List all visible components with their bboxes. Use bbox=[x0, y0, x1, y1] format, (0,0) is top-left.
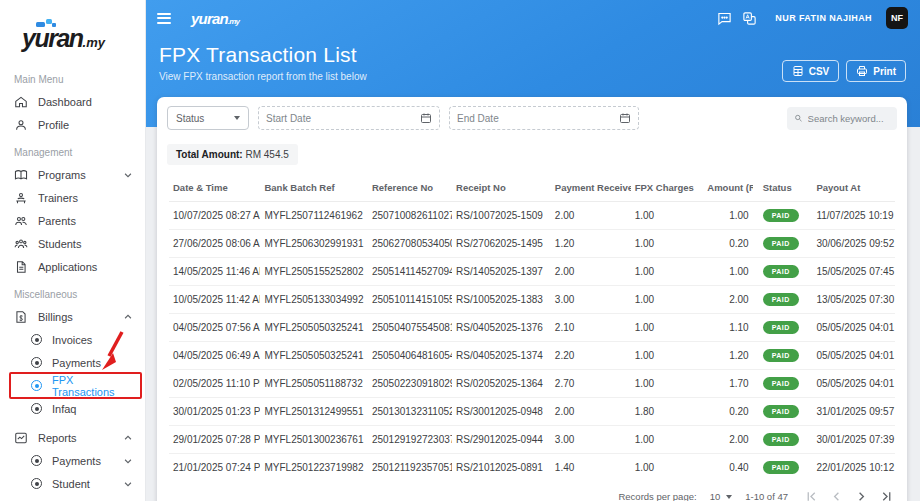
previous-page-icon[interactable] bbox=[830, 490, 843, 501]
col-amount: Amount (RM) bbox=[703, 173, 752, 202]
pagination-bar: Records per page: 10 1-10 of 47 bbox=[157, 481, 907, 501]
table-row[interactable]: 10/05/2025 11:42 AM MYFL2505133034992 25… bbox=[169, 286, 895, 314]
cell-bank-batch-ref: MYFL2501300236761 bbox=[260, 426, 367, 454]
user-name[interactable]: NUR FATIN NAJIHAH bbox=[775, 13, 872, 23]
table-row[interactable]: 27/06/2025 08:06 AM MYFL2506302991931 25… bbox=[169, 230, 895, 258]
col-date-time: Date & Time bbox=[169, 173, 260, 202]
sidebar-logo[interactable]: yuran.my bbox=[0, 0, 145, 63]
cell-payment-received: 2.00 bbox=[551, 398, 631, 426]
cell-payout-at: 05/05/2025 04:01 PM bbox=[806, 370, 895, 398]
table-row[interactable]: 04/05/2025 07:56 AM MYFL2505050325241 25… bbox=[169, 314, 895, 342]
sidebar-subitem-fpx-transactions[interactable]: FPX Transactions bbox=[0, 374, 145, 397]
cell-amount: 0.40 bbox=[703, 454, 752, 482]
cell-payment-received: 2.70 bbox=[551, 370, 631, 398]
status-badge: PAID bbox=[763, 349, 799, 362]
translate-icon[interactable] bbox=[742, 11, 757, 26]
radio-dot-icon bbox=[31, 380, 42, 391]
cell-fpx-charges: 1.80 bbox=[631, 398, 704, 426]
total-amount-value: RM 454.5 bbox=[245, 149, 288, 160]
status-filter-select[interactable]: Status bbox=[167, 106, 249, 130]
export-actions: CSV Print bbox=[782, 60, 906, 82]
sidebar-item-label: FPX Transactions bbox=[52, 374, 133, 398]
col-reference-no: Reference No bbox=[368, 173, 452, 202]
cell-date-time: 04/05/2025 07:56 AM bbox=[169, 314, 260, 342]
chat-icon[interactable] bbox=[717, 11, 732, 26]
cell-amount: 1.00 bbox=[703, 258, 752, 286]
sidebar-item-applications[interactable]: Applications bbox=[0, 255, 145, 278]
next-page-icon[interactable] bbox=[855, 490, 868, 501]
menu-toggle-icon[interactable] bbox=[157, 13, 171, 24]
sidebar-item-reports[interactable]: Reports bbox=[0, 426, 145, 449]
cell-payout-at: 13/05/2025 07:30 AM bbox=[806, 286, 895, 314]
cell-reference-no: 2506270805340503 bbox=[368, 230, 452, 258]
cell-payment-received: 3.00 bbox=[551, 426, 631, 454]
table-row[interactable]: 10/07/2025 08:27 AM MYFL2507112461962 25… bbox=[169, 202, 895, 230]
sidebar-item-dashboard[interactable]: Dashboard bbox=[0, 90, 145, 113]
cell-date-time: 21/01/2025 07:24 PM bbox=[169, 454, 260, 482]
calendar-icon[interactable] bbox=[420, 112, 432, 124]
cell-bank-batch-ref: MYFL2506302991931 bbox=[260, 230, 367, 258]
sidebar-item-trainers[interactable]: Trainers bbox=[0, 186, 145, 209]
cell-payout-at: 05/05/2025 04:01 PM bbox=[806, 314, 895, 342]
records-per-page-select[interactable]: 10 bbox=[710, 491, 733, 501]
cell-receipt-no: RS/14052025-1397 bbox=[452, 258, 551, 286]
status-filter-label: Status bbox=[176, 113, 204, 124]
first-page-icon[interactable] bbox=[805, 490, 818, 501]
sidebar-subitem-reports-student[interactable]: Student bbox=[0, 472, 145, 495]
records-per-page-label: Records per page: bbox=[618, 491, 696, 501]
cell-receipt-no: RS/04052025-1376 bbox=[452, 314, 551, 342]
section-label-management: Management bbox=[0, 142, 145, 163]
start-date-input[interactable] bbox=[266, 113, 420, 124]
people-icon bbox=[14, 214, 28, 228]
sidebar-subitem-reports-payments[interactable]: Payments bbox=[0, 449, 145, 472]
group-icon bbox=[14, 237, 28, 251]
calendar-icon[interactable] bbox=[619, 112, 631, 124]
sidebar-item-profile[interactable]: Profile bbox=[0, 113, 145, 136]
col-receipt-no: Receipt No bbox=[452, 173, 551, 202]
book-icon bbox=[14, 168, 28, 182]
pagination-controls bbox=[805, 490, 893, 501]
cell-payout-at: 11/07/2025 10:19 AM bbox=[806, 202, 895, 230]
cell-fpx-charges: 1.00 bbox=[631, 202, 704, 230]
sidebar-item-students[interactable]: Students bbox=[0, 232, 145, 255]
chevron-down-icon bbox=[123, 479, 133, 489]
cell-bank-batch-ref: MYFL2505050325241 bbox=[260, 342, 367, 370]
header-logo[interactable]: yuran.my bbox=[191, 10, 239, 27]
cell-reference-no: 2501211923570510 bbox=[368, 454, 452, 482]
csv-button[interactable]: CSV bbox=[782, 60, 840, 82]
avatar[interactable]: NF bbox=[886, 7, 908, 29]
sidebar-item-programs[interactable]: Programs bbox=[0, 163, 145, 186]
sidebar-subitem-infaq[interactable]: Infaq bbox=[0, 397, 145, 420]
col-fpx-charges: FPX Charges bbox=[631, 173, 704, 202]
sidebar-item-label: Students bbox=[38, 238, 81, 250]
table-row[interactable]: 21/01/2025 07:24 PM MYFL2501223719982 25… bbox=[169, 454, 895, 482]
cell-fpx-charges: 1.00 bbox=[631, 258, 704, 286]
cell-receipt-no: RS/27062025-1495 bbox=[452, 230, 551, 258]
search-input[interactable] bbox=[808, 113, 890, 124]
table-row[interactable]: 14/05/2025 11:46 AM MYFL2505155252802 25… bbox=[169, 258, 895, 286]
chevron-down-icon bbox=[726, 495, 732, 499]
cell-reference-no: 2505022309180299 bbox=[368, 370, 452, 398]
sidebar-subitem-invoices[interactable]: Invoices bbox=[0, 328, 145, 351]
sidebar-item-parents[interactable]: Parents bbox=[0, 209, 145, 232]
table-row[interactable]: 02/05/2025 11:10 PM MYFL2505051188732 25… bbox=[169, 370, 895, 398]
chevron-down-icon bbox=[123, 170, 133, 180]
cell-date-time: 10/05/2025 11:42 AM bbox=[169, 286, 260, 314]
sidebar-subitem-payments[interactable]: Payments bbox=[0, 351, 145, 374]
sidebar-item-billings[interactable]: Billings bbox=[0, 305, 145, 328]
end-date-input[interactable] bbox=[457, 113, 619, 124]
cell-reference-no: 2505141145270948 bbox=[368, 258, 452, 286]
cell-bank-batch-ref: MYFL2505155252802 bbox=[260, 258, 367, 286]
table-row[interactable]: 30/01/2025 01:23 PM MYFL2501312499551 25… bbox=[169, 398, 895, 426]
sidebar-item-label: Profile bbox=[38, 119, 69, 131]
cell-receipt-no: RS/29012025-0944 bbox=[452, 426, 551, 454]
last-page-icon[interactable] bbox=[880, 490, 893, 501]
cell-amount: 2.00 bbox=[703, 286, 752, 314]
print-button[interactable]: Print bbox=[846, 60, 906, 82]
cell-amount: 0.20 bbox=[703, 398, 752, 426]
table-row[interactable]: 29/01/2025 07:28 PM MYFL2501300236761 25… bbox=[169, 426, 895, 454]
col-payout-at: Payout At bbox=[806, 173, 895, 202]
status-badge: PAID bbox=[763, 265, 799, 278]
table-row[interactable]: 04/05/2025 06:49 AM MYFL2505050325241 25… bbox=[169, 342, 895, 370]
cell-amount: 0.20 bbox=[703, 230, 752, 258]
